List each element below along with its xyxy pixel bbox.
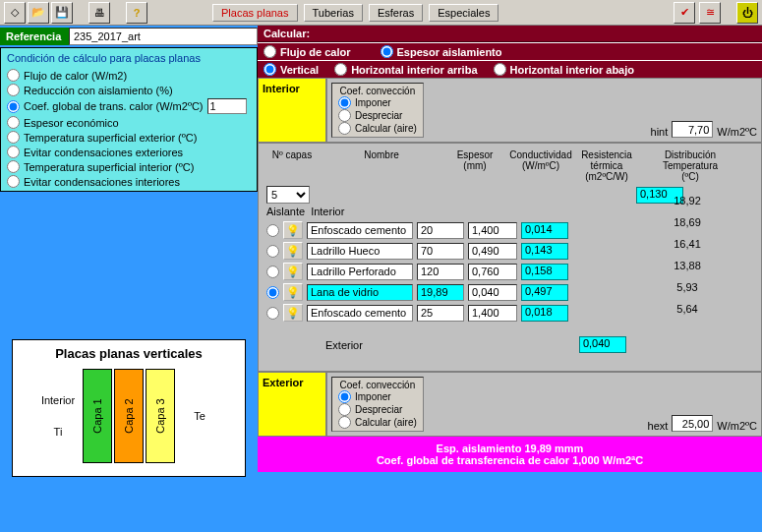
cond-label-3: Espesor económico [24, 117, 119, 129]
tab-placas[interactable]: Placas planas [212, 4, 298, 22]
layer-esp-3[interactable] [417, 284, 464, 301]
hdr-dist: DistribuciónTemperatura(ºC) [636, 149, 744, 182]
dist-1: 18,69 [643, 216, 732, 228]
diagram-ti-label: Ti [35, 426, 81, 438]
layer-esp-1[interactable] [417, 243, 464, 260]
aisl-radio-2[interactable] [266, 266, 279, 278]
bulb-icon-2[interactable]: 💡 [283, 263, 303, 280]
layer-res-4: 0,018 [521, 305, 568, 322]
calc2-radio-0[interactable] [264, 63, 276, 76]
dist-5: 5,64 [643, 303, 732, 315]
interior-tab: Interior [258, 78, 326, 143]
dist-3: 13,88 [643, 260, 732, 271]
layer-name-0[interactable] [307, 222, 413, 239]
hint-input[interactable] [672, 121, 713, 138]
cond-radio-6[interactable] [7, 160, 20, 173]
aisl-radio-4[interactable] [266, 307, 279, 320]
calc-header: Calcular: Flujo de calorEspesor aislamie… [258, 26, 762, 78]
calc2-radio-2[interactable] [494, 63, 506, 76]
ext-conv-radio-2[interactable] [338, 416, 351, 429]
new-icon[interactable]: ◇ [4, 2, 26, 24]
save-icon[interactable]: 💾 [51, 2, 73, 24]
cond-radio-3[interactable] [7, 116, 20, 129]
exterior-res: 0,040 [579, 336, 626, 353]
cond-label-5: Evitar condensaciones exteriores [24, 147, 183, 158]
layer-cond-2[interactable] [468, 264, 517, 280]
chart-icon[interactable]: ≅ [699, 2, 721, 24]
cond-label-6: Temperatura superficial interior (ºC) [24, 161, 194, 173]
cond-radio-1[interactable] [7, 84, 20, 96]
layer-res-2: 0,158 [521, 264, 568, 280]
layer-cond-3[interactable] [468, 284, 517, 301]
layer-res-3: 0,497 [521, 284, 568, 301]
print-icon[interactable]: 🖶 [88, 2, 110, 24]
layer-name-4[interactable] [307, 305, 413, 322]
diagram-te-label: Te [177, 410, 222, 422]
dist-4: 5,93 [643, 281, 732, 293]
exit-icon[interactable]: ⏻ [736, 2, 758, 24]
aisl-radio-1[interactable] [266, 245, 279, 258]
tab-especiales[interactable]: Especiales [429, 4, 498, 22]
tab-tuberias[interactable]: Tuberias [304, 4, 363, 22]
cond-value-input[interactable] [207, 98, 247, 114]
int-conv-radio-1[interactable] [338, 109, 351, 122]
layer-esp-2[interactable] [417, 264, 464, 280]
aisl-radio-3[interactable] [266, 286, 279, 299]
footer: Esp. aislamiento 19,89 mmm Coef. global … [258, 437, 762, 472]
bulb-icon-1[interactable]: 💡 [283, 242, 303, 260]
toolbar: ◇ 📂 💾 🖶 ? Placas planas Tuberias Esferas… [0, 0, 762, 26]
layer-name-3[interactable] [307, 284, 413, 301]
layer-esp-0[interactable] [417, 222, 464, 239]
hint-unit: W/m2ºC [717, 126, 757, 138]
diagram-box: Placas planas verticales Interior Ti Cap… [12, 339, 246, 477]
hext-label: hext [648, 420, 669, 432]
layer-cond-4[interactable] [468, 305, 517, 322]
reference-label: Referencia [0, 28, 69, 45]
cond-radio-5[interactable] [7, 146, 20, 158]
bulb-icon-0[interactable]: 💡 [283, 221, 303, 239]
calc1-radio-1[interactable] [381, 45, 393, 58]
capa-2: Capa 2 [114, 369, 144, 463]
int-conv-radio-0[interactable] [338, 96, 351, 109]
hdr-nombre: Nombre [318, 149, 445, 182]
check-icon[interactable]: ✔ [674, 2, 695, 24]
footer-line1: Esp. aislamiento 19,89 mmm [264, 443, 756, 454]
tab-esferas[interactable]: Esferas [369, 4, 423, 22]
ncapas-select[interactable]: 5 [266, 186, 310, 204]
aisl-radio-0[interactable] [266, 224, 279, 237]
exterior-row-label: Exterior [325, 339, 363, 351]
help-icon[interactable]: ? [126, 2, 147, 24]
cond-label-7: Evitar condensaciones interiores [24, 176, 180, 188]
dist-2: 16,41 [643, 238, 732, 250]
exterior-tab: Exterior [258, 372, 326, 437]
cond-radio-2[interactable] [7, 100, 20, 113]
reference-input[interactable] [69, 28, 258, 45]
int-conv-radio-2[interactable] [338, 122, 351, 135]
layer-res-0: 0,014 [521, 222, 568, 239]
layer-name-1[interactable] [307, 243, 413, 260]
calc2-radio-1[interactable] [334, 63, 347, 76]
hext-input[interactable] [672, 415, 713, 432]
cond-radio-4[interactable] [7, 131, 20, 144]
open-icon[interactable]: 📂 [28, 2, 49, 24]
layer-cond-1[interactable] [468, 243, 517, 260]
capa-1: Capa 1 [83, 369, 112, 463]
bulb-icon-4[interactable]: 💡 [283, 304, 303, 322]
ext-conv-radio-1[interactable] [338, 403, 351, 416]
cond-label-2: Coef. global de trans. calor (W/m2ºC) [24, 100, 204, 112]
hdr-espesor: Espesor(mm) [445, 149, 504, 182]
interior-conv-title: Coef. convección [338, 86, 417, 96]
layer-esp-4[interactable] [417, 305, 464, 322]
cond-radio-0[interactable] [7, 69, 20, 82]
calc1-radio-0[interactable] [264, 45, 276, 58]
hint-label: hint [651, 126, 669, 138]
layer-name-2[interactable] [307, 264, 413, 280]
bulb-icon-3[interactable]: 💡 [283, 283, 303, 301]
layer-cond-0[interactable] [468, 222, 517, 239]
interior-conv-box: Coef. convección ImponerDespreciarCalcul… [331, 83, 424, 138]
cond-radio-7[interactable] [7, 175, 20, 188]
sublabel-interior: Interior [311, 206, 344, 217]
footer-line2: Coef. global de transferencia de calor 1… [264, 454, 756, 466]
ext-conv-radio-0[interactable] [338, 390, 351, 403]
exterior-conv-title: Coef. convección [338, 380, 417, 390]
